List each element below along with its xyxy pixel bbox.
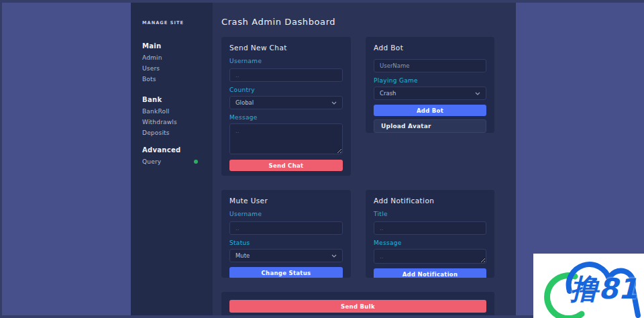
sidebar-item-label: Bots (142, 74, 156, 85)
section-heading: Main (142, 42, 213, 50)
send-new-chat-card: Send New Chat Username Country Global Me… (221, 37, 351, 176)
screen-edge-top (0, 0, 644, 3)
add-notification-button[interactable]: Add Notification (374, 268, 486, 278)
card-title: Add Bot (374, 44, 486, 52)
sidebar-item-query[interactable]: Query (142, 156, 213, 167)
sidebar-item-admin[interactable]: Admin (142, 52, 213, 63)
message-label: Message (229, 114, 343, 121)
card-title: Send New Chat (229, 44, 343, 52)
chevron-down-icon (475, 92, 480, 95)
change-status-button[interactable]: Change Status (229, 267, 343, 278)
sidebar-item-deposits[interactable]: Deposits (142, 127, 213, 138)
sidebar-section-bank: Bank BankRoll Withdrawls Deposits (142, 96, 213, 138)
status-dot-icon (194, 160, 198, 164)
sidebar-brand: MANAGE SITE (142, 20, 213, 25)
cards-grid: Send New Chat Username Country Global Me… (221, 37, 494, 315)
sidebar-item-users[interactable]: Users (142, 63, 213, 74)
main-content: Crash Admin Dashboard Send New Chat User… (213, 3, 516, 315)
bot-username-input[interactable] (374, 59, 486, 72)
notification-message-textarea[interactable] (374, 249, 486, 264)
sidebar-item-bankroll[interactable]: BankRoll (142, 106, 213, 117)
country-select-value: Global (235, 99, 254, 106)
sidebar-item-label: Query (142, 156, 161, 167)
card-title: Mute User (229, 197, 343, 205)
playing-game-label: Playing Game (374, 77, 486, 85)
card-title: Add Notification (374, 197, 486, 205)
sidebar-item-label: BankRoll (142, 106, 170, 117)
chat-username-input[interactable] (229, 68, 343, 82)
section-heading: Bank (142, 96, 213, 104)
chevron-down-icon (331, 254, 337, 258)
sidebar-item-withdrawls[interactable]: Withdrawls (142, 117, 213, 127)
mute-user-card: Mute User Username Status Mute Change St… (221, 190, 351, 278)
country-label: Country (229, 87, 343, 94)
sidebar-item-label: Users (142, 63, 160, 74)
add-bot-button[interactable]: Add Bot (374, 105, 486, 116)
send-bulk-card: Send Bulk (221, 292, 494, 315)
mute-username-input[interactable] (229, 221, 343, 235)
country-select[interactable]: Global (229, 96, 343, 109)
playing-game-select[interactable]: Crash (374, 87, 486, 100)
status-select-value: Mute (235, 252, 250, 259)
admin-dashboard-window: MANAGE SITE Main Admin Users Bots Bank B… (131, 3, 516, 315)
watermark-logo: 撸81 (533, 254, 644, 318)
sidebar-section-advanced: Advanced Query (142, 146, 213, 167)
send-chat-button[interactable]: Send Chat (229, 160, 343, 171)
watermark-text: 撸81 (570, 275, 637, 303)
sidebar: MANAGE SITE Main Admin Users Bots Bank B… (131, 3, 213, 315)
screen-edge-left (0, 0, 2, 318)
send-bulk-button[interactable]: Send Bulk (229, 300, 486, 313)
username-label: Username (229, 58, 343, 65)
add-notification-card: Add Notification Title Message Add Notif… (366, 190, 494, 278)
playing-game-select-value: Crash (380, 90, 396, 97)
sidebar-item-bots[interactable]: Bots (142, 74, 213, 85)
chat-message-textarea[interactable] (229, 123, 343, 154)
username-label: Username (229, 211, 343, 218)
sidebar-item-label: Admin (142, 52, 162, 63)
chevron-down-icon (331, 101, 337, 105)
message-label: Message (374, 240, 486, 247)
page-title: Crash Admin Dashboard (221, 16, 494, 28)
sidebar-item-label: Deposits (142, 127, 170, 138)
upload-avatar-input[interactable]: Upload Avatar (374, 119, 486, 133)
section-heading: Advanced (142, 146, 213, 154)
title-label: Title (374, 211, 486, 218)
status-select[interactable]: Mute (229, 249, 343, 262)
sidebar-section-main: Main Admin Users Bots (142, 42, 213, 85)
add-bot-card: Add Bot Playing Game Crash Add Bot Uploa… (366, 37, 494, 133)
upload-avatar-label: Upload Avatar (381, 123, 431, 129)
notification-title-input[interactable] (374, 221, 486, 235)
status-label: Status (229, 240, 343, 247)
sidebar-item-label: Withdrawls (142, 117, 177, 127)
